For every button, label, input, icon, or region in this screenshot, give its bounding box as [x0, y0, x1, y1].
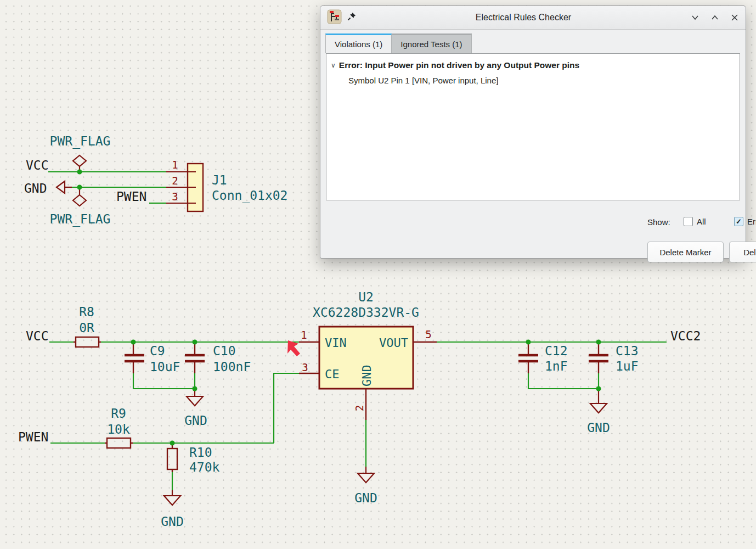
svg-text:1: 1 [172, 159, 178, 171]
erc-marker-arrow-icon[interactable] [287, 340, 300, 356]
erc-dialog: Electrical Rules Checker Violations (1) … [320, 5, 746, 259]
gnd-symbol-u2[interactable] [358, 467, 374, 483]
collapse-caret-icon[interactable]: ∨ [331, 61, 336, 69]
j1-reference[interactable]: J1 [212, 173, 227, 187]
maximize-icon[interactable] [710, 13, 719, 22]
close-icon[interactable] [730, 13, 739, 22]
pwr-flag-symbol-gnd[interactable] [73, 187, 86, 206]
net-label-vcc-left[interactable]: VCC [26, 329, 49, 343]
c10-reference[interactable]: C10 [213, 344, 236, 358]
violation-title: Error: Input Power pin not driven by any… [339, 60, 579, 70]
svg-text:CE: CE [325, 367, 340, 381]
net-label-pwen-top[interactable]: PWEN [116, 189, 146, 204]
resistor-r10[interactable] [167, 443, 177, 472]
gnd-label-left[interactable]: GND [184, 413, 207, 428]
dialog-tabs: Violations (1) Ignored Tests (1) [325, 33, 472, 53]
c9-value[interactable]: 10uF [150, 360, 180, 374]
pwr-flag-label-top[interactable]: PWR_FLAG [50, 134, 111, 149]
erc-app-icon [327, 9, 342, 26]
net-label-pwen-left[interactable]: PWEN [18, 430, 48, 444]
net-label-vcc2[interactable]: VCC2 [670, 329, 701, 343]
r9-value[interactable]: 10k [107, 422, 130, 436]
c10-value[interactable]: 100nF [213, 360, 251, 374]
tab-ignored-tests[interactable]: Ignored Tests (1) [392, 33, 471, 53]
resistor-r8[interactable] [74, 337, 101, 347]
r8-value[interactable]: 0R [79, 321, 94, 335]
j1-connector-symbol[interactable] [188, 164, 203, 211]
gnd-label-right[interactable]: GND [587, 421, 610, 435]
net-label-vcc-top[interactable]: VCC [26, 158, 49, 172]
gnd-arrow-symbol[interactable] [57, 181, 72, 193]
dialog-button-row: Delete Marker Delete All Markers Close R… [647, 242, 756, 261]
svg-text:1: 1 [301, 329, 307, 341]
delete-marker-button[interactable]: Delete Marker [647, 242, 724, 262]
pwr-flag-label-bottom[interactable]: PWR_FLAG [50, 212, 111, 227]
r10-value[interactable]: 470k [189, 460, 220, 474]
gnd-symbol-left[interactable] [187, 389, 203, 406]
gnd-symbol-right[interactable] [590, 389, 607, 413]
svg-text:3: 3 [172, 191, 178, 203]
svg-text:3: 3 [302, 361, 308, 373]
minimize-icon[interactable] [691, 13, 699, 22]
resistor-r9[interactable] [105, 438, 133, 448]
capacitor-c9[interactable] [125, 342, 144, 373]
svg-text:VIN: VIN [325, 336, 347, 350]
svg-text:GND: GND [360, 365, 374, 386]
u2-reference[interactable]: U2 [358, 290, 374, 304]
filter-row: Show: ✓ All ✓ Errors 1 ✓ Warnings 0 ✓ Ex… [647, 214, 756, 233]
r8-reference[interactable]: R8 [79, 305, 94, 319]
capacitor-c12[interactable] [518, 342, 538, 373]
j1-pin-numbers: 1 2 3 [172, 159, 178, 203]
pin-icon[interactable] [347, 12, 356, 23]
u2-value[interactable]: XC6228D332VR-G [313, 305, 419, 320]
dialog-titlebar[interactable]: Electrical Rules Checker [320, 6, 746, 30]
capacitor-c13[interactable] [589, 342, 608, 373]
r10-reference[interactable]: R10 [189, 445, 212, 460]
gnd-label-u2[interactable]: GND [354, 491, 377, 505]
c12-value[interactable]: 1nF [545, 359, 568, 373]
gnd-label-r10[interactable]: GND [161, 514, 184, 529]
capacitor-c10[interactable] [185, 342, 205, 373]
tab-violations[interactable]: Violations (1) [325, 33, 392, 53]
checkbox-all[interactable]: ✓ All [684, 217, 706, 226]
dialog-title: Electrical Rules Checker [356, 13, 691, 23]
junction-dots-j1 [77, 170, 82, 190]
svg-text:5: 5 [425, 328, 431, 340]
net-label-gnd-top[interactable]: GND [24, 181, 47, 195]
violations-list[interactable]: ∨ Error: Input Power pin not driven by a… [326, 53, 740, 200]
svg-text:VOUT: VOUT [379, 336, 408, 350]
c13-reference[interactable]: C13 [616, 344, 639, 358]
kicad-schematic-window: { "dialog": { "title": "Electrical Rules… [0, 0, 756, 549]
checkbox-errors[interactable]: ✓ Errors [734, 217, 756, 226]
violation-detail[interactable]: Symbol U2 Pin 1 [VIN, Power input, Line] [330, 72, 736, 85]
svg-text:2: 2 [172, 175, 178, 187]
c13-value[interactable]: 1uF [616, 359, 639, 373]
r9-reference[interactable]: R9 [111, 406, 126, 421]
c12-reference[interactable]: C12 [545, 344, 568, 358]
show-label: Show: [647, 217, 670, 227]
violation-row[interactable]: ∨ Error: Input Power pin not driven by a… [330, 58, 736, 72]
gnd-symbol-r10[interactable] [164, 490, 180, 505]
c9-reference[interactable]: C9 [150, 344, 165, 358]
svg-text:2: 2 [353, 405, 365, 411]
delete-all-markers-button[interactable]: Delete All Markers [729, 242, 756, 262]
j1-value[interactable]: Conn_01x02 [212, 188, 287, 203]
